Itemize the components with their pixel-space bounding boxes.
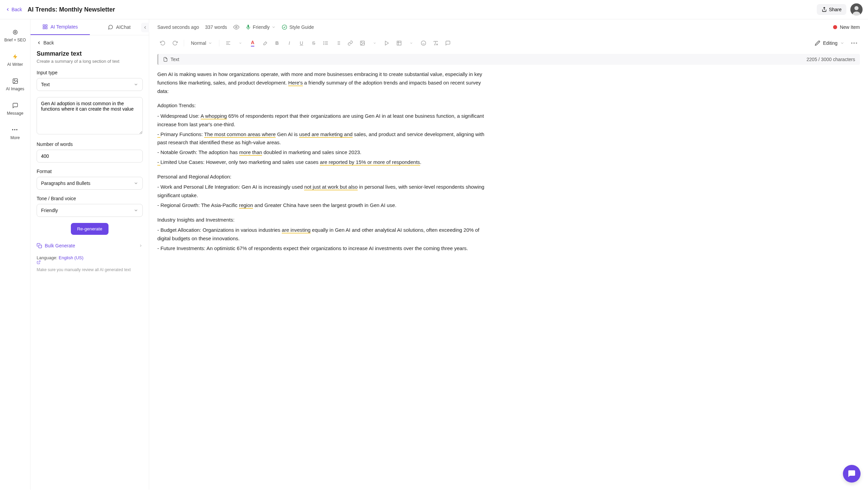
editor-body[interactable]: Gen AI is making waves in how organizati… — [157, 70, 490, 253]
input-text-textarea[interactable] — [37, 97, 143, 134]
topbar-back-label: Back — [12, 7, 22, 12]
svg-point-4 — [14, 80, 15, 80]
svg-point-2 — [14, 32, 16, 33]
style-guide-label: Style Guide — [289, 24, 314, 30]
chevron-right-icon — [139, 244, 143, 248]
svg-rect-8 — [45, 27, 47, 29]
table-button[interactable] — [394, 38, 405, 49]
target-icon — [12, 29, 19, 36]
rail-label: Message — [7, 111, 23, 116]
rail-label: Brief + SEO — [4, 38, 26, 42]
num-words-input[interactable] — [37, 150, 143, 163]
share-icon — [822, 7, 827, 12]
italic-button[interactable]: I — [284, 38, 295, 49]
tone-select[interactable]: Friendly — [37, 204, 143, 217]
chat-fab-button[interactable] — [843, 465, 861, 483]
mic-icon — [245, 24, 251, 30]
tone-value: Friendly — [41, 208, 58, 213]
eye-icon[interactable] — [233, 24, 239, 30]
collapse-sidebar-button[interactable] — [141, 23, 149, 32]
chat-icon — [108, 24, 113, 30]
input-type-value: Text — [41, 82, 50, 87]
svg-point-1 — [13, 30, 17, 34]
tab-label: AI Templates — [51, 24, 78, 30]
message-icon — [12, 102, 19, 109]
regenerate-button[interactable]: Re-generate — [71, 223, 108, 235]
rail-ai-writer[interactable]: AI Writer — [0, 48, 30, 72]
language-label: Language: — [37, 255, 59, 260]
user-avatar[interactable] — [850, 3, 863, 16]
svg-point-22 — [323, 44, 324, 44]
language-row: Language: English (US) — [37, 255, 143, 264]
tone-dropdown[interactable]: Friendly — [245, 24, 276, 30]
share-button[interactable]: Share — [817, 4, 846, 15]
underline-button[interactable]: U — [296, 38, 307, 49]
rail-label: AI Writer — [7, 62, 23, 67]
chevron-down-icon — [208, 41, 212, 45]
word-count: 337 words — [205, 24, 227, 30]
link-button[interactable] — [345, 38, 356, 49]
format-label: Format — [37, 169, 143, 174]
paragraph-style-value: Normal — [191, 40, 206, 46]
tab-ai-templates[interactable]: AI Templates — [31, 19, 90, 35]
editing-mode-select[interactable]: Editing — [811, 39, 848, 47]
num-words-label: Number of words — [37, 142, 143, 147]
table-dropdown[interactable] — [406, 38, 417, 49]
new-item-label: New Item — [840, 24, 860, 30]
format-value: Paragraphs and Bullets — [41, 181, 91, 186]
editing-mode-value: Editing — [823, 40, 837, 46]
image-dropdown[interactable] — [369, 38, 380, 49]
align-dropdown[interactable] — [235, 38, 246, 49]
saved-status: Saved seconds ago — [157, 24, 199, 30]
svg-rect-6 — [45, 25, 47, 26]
svg-point-27 — [361, 42, 362, 43]
editor-toolbar: Normal A B I U S Editing — [149, 35, 868, 51]
document-icon — [163, 57, 168, 62]
svg-point-13 — [282, 25, 287, 29]
style-guide-button[interactable]: Style Guide — [282, 24, 314, 30]
tab-label: AIChat — [116, 24, 131, 30]
tone-label: Friendly — [253, 24, 270, 30]
rail-label: AI Images — [6, 87, 24, 91]
strikethrough-button[interactable]: S — [308, 38, 319, 49]
language-link[interactable]: English (US) — [59, 255, 83, 260]
rail-message[interactable]: Message — [0, 97, 30, 121]
format-select[interactable]: Paragraphs and Bullets — [37, 177, 143, 190]
svg-point-11 — [235, 26, 237, 28]
svg-rect-29 — [397, 41, 401, 45]
svg-marker-28 — [385, 41, 388, 45]
undo-button[interactable] — [157, 38, 168, 49]
bulk-generate-button[interactable]: Bulk Generate — [37, 241, 143, 250]
input-type-select[interactable]: Text — [37, 78, 143, 91]
image-button[interactable] — [357, 38, 368, 49]
rail-more[interactable]: ••• More — [0, 121, 30, 146]
clear-format-button[interactable] — [430, 38, 441, 49]
comment-button[interactable] — [442, 38, 453, 49]
align-button[interactable] — [223, 38, 234, 49]
emoji-button[interactable] — [418, 38, 429, 49]
numbered-list-button[interactable] — [333, 38, 343, 49]
text-color-button[interactable]: A — [247, 38, 258, 49]
redo-button[interactable] — [170, 38, 180, 49]
templates-icon — [42, 24, 48, 30]
char-count: 2205 / 3000 characters — [807, 57, 855, 62]
rail-ai-images[interactable]: AI Images — [0, 72, 30, 97]
paragraph-style-select[interactable]: Normal — [188, 39, 216, 47]
video-button[interactable] — [381, 38, 392, 49]
left-rail: Brief + SEO AI Writer AI Images Message … — [0, 19, 31, 490]
chevron-down-icon — [840, 41, 844, 45]
text-chip-label: Text — [171, 57, 179, 62]
highlight-button[interactable] — [259, 38, 270, 49]
new-item-indicator[interactable]: New Item — [833, 24, 860, 30]
bullet-list-button[interactable] — [320, 38, 331, 49]
svg-point-32 — [421, 41, 426, 45]
topbar-back-button[interactable]: Back — [5, 7, 22, 12]
chevron-down-icon — [272, 25, 276, 29]
rail-brief-seo[interactable]: Brief + SEO — [0, 23, 30, 48]
more-toolbar-button[interactable]: ••• — [849, 38, 860, 49]
share-label: Share — [829, 7, 842, 12]
tab-ai-chat[interactable]: AIChat — [90, 19, 149, 35]
chevron-down-icon — [134, 208, 138, 213]
bold-button[interactable]: B — [272, 38, 282, 49]
panel-back-button[interactable]: Back — [37, 40, 143, 45]
